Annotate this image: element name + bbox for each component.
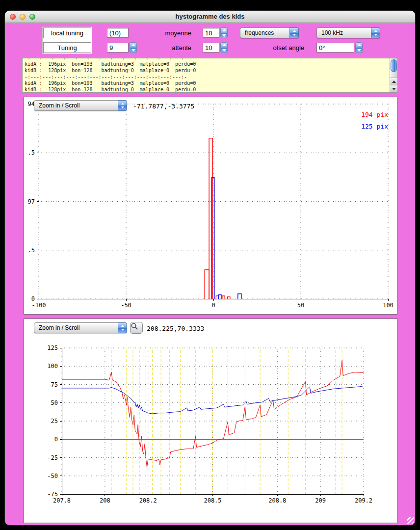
svg-text:25: 25 [51,418,58,424]
svg-text:-25: -25 [47,454,58,461]
local-tuning-button[interactable]: local tuning [43,27,91,38]
zoom-reset-button[interactable] [130,322,143,334]
popup-arrows-icon [371,27,380,38]
legend-item: 125 pix [361,121,388,132]
attente-stepper[interactable] [220,42,228,53]
svg-text:50: 50 [51,399,58,406]
svg-text:0: 0 [54,436,58,443]
popup-arrows-icon [289,27,299,38]
resize-grip[interactable] [407,517,414,524]
svg-text:-100: -100 [32,302,46,309]
log-scrollbar[interactable] [390,58,397,92]
stepper-down-icon [222,34,226,37]
ofset-angle-field[interactable] [316,43,354,53]
line-chart[interactable]: 207.8208208.2208.5208.8209209.2125100755… [24,319,398,524]
moyenne-field[interactable] [203,28,219,38]
line-cursor-coords: 208.225,70.3333 [147,325,204,332]
magnifier-icon [131,322,138,330]
line-zoom-select[interactable]: Zoom in / Scroll [34,322,127,333]
hist-zoom-select[interactable]: Zoom in / Scroll [34,100,127,111]
legend-item: 194 pix [361,109,388,121]
svg-text:100: 100 [383,302,394,309]
ofset-angle-label: ofset angle [255,44,304,52]
attente-label: attente [142,44,191,52]
svg-text:208.5: 208.5 [204,497,221,504]
log-line: kidA : 196pix bon=193 badtuning=3 malpla… [25,61,389,67]
ofset-angle-stepper[interactable] [355,42,363,53]
stepper-down-icon [222,49,226,52]
stepper-up-icon [357,44,361,46]
log-line: -:---:---:---:---:---:---:---:---:---:--… [25,74,389,80]
zoom-window-button[interactable] [29,14,35,20]
svg-text:209.2: 209.2 [355,497,372,504]
svg-text:207.8: 207.8 [53,497,71,504]
svg-text:50: 50 [297,302,304,309]
svg-text:100: 100 [47,363,58,370]
histogram-chart[interactable]: -100-500501000.597.594 [24,97,398,315]
minimize-button[interactable] [20,14,26,20]
arrow-down-icon [392,88,396,90]
stepper-down-icon [131,49,135,52]
line-zoom-select-value: Zoom in / Scroll [39,324,79,331]
titlebar[interactable]: hystogramme des kids [5,11,415,23]
log-area: -:---:---:---:---:---:---:---:---:---:--… [22,58,398,93]
svg-text:97: 97 [28,198,35,205]
window-title: hystogramme des kids [5,11,415,23]
histogram-panel: -100-500501000.597.594 Zoom in / Scroll … [24,97,397,315]
range-select-value: 100 kHz [321,29,343,36]
scrollbar-buttons [390,78,397,92]
line-panel: 207.8208208.2208.5208.8209209.2125100755… [24,318,397,523]
range-select[interactable]: 100 kHz [316,27,380,38]
log-line: kidA : 196pix bon=193 badtuning=3 malpla… [25,80,389,86]
tune-value-stepper[interactable] [130,42,137,53]
close-button[interactable] [10,14,16,20]
mode-select[interactable]: frequences [240,27,299,38]
hist-cursor-coords: -71.7877,-3.3775 [133,103,194,110]
tuning-button[interactable]: Tuning [43,42,91,53]
svg-text:209: 209 [315,497,326,504]
svg-text:208.8: 208.8 [268,497,286,504]
hist-legend: 194 pix125 pix [361,109,388,132]
app-window: hystogramme des kids local tuning Tuning… [5,11,415,525]
window-content: local tuning Tuning moyenne attente freq… [5,23,415,525]
popup-arrows-icon [118,322,127,333]
attente-field[interactable] [203,43,219,53]
svg-text:.5: .5 [28,149,35,156]
svg-text:-50: -50 [121,302,131,309]
svg-text:208: 208 [100,497,110,504]
hist-zoom-select-value: Zoom in / Scroll [39,102,79,109]
log-line: kidB : 128pix bon=128 badtuning=0 malpla… [25,86,389,93]
stepper-down-icon [357,49,361,52]
popup-arrows-icon [118,100,127,111]
log-line: kidB : 128pix bon=128 badtuning=0 malpla… [25,67,389,74]
scroll-up-button[interactable] [390,78,397,85]
svg-text:0: 0 [211,302,215,309]
window-controls [10,14,35,20]
tune-count-field[interactable] [107,28,129,38]
svg-text:208.2: 208.2 [139,497,157,504]
arrow-up-icon [392,80,396,83]
svg-text:125: 125 [47,344,58,351]
stepper-up-icon [222,44,226,46]
tune-value-field[interactable] [107,43,129,53]
scroll-down-button[interactable] [390,85,397,92]
stepper-up-icon [222,29,226,31]
stepper-up-icon [131,44,135,46]
moyenne-label: moyenne [142,29,191,37]
scrollbar-thumb[interactable] [391,59,397,72]
svg-text:75: 75 [51,381,58,388]
mode-select-value: frequences [245,29,274,36]
svg-text:-50: -50 [47,473,58,479]
log-text: -:---:---:---:---:---:---:---:---:---:--… [25,58,389,93]
moyenne-stepper[interactable] [220,27,228,38]
svg-text:.5: .5 [28,247,35,254]
svg-text:0: 0 [31,295,35,302]
svg-text:-75: -75 [47,491,58,498]
